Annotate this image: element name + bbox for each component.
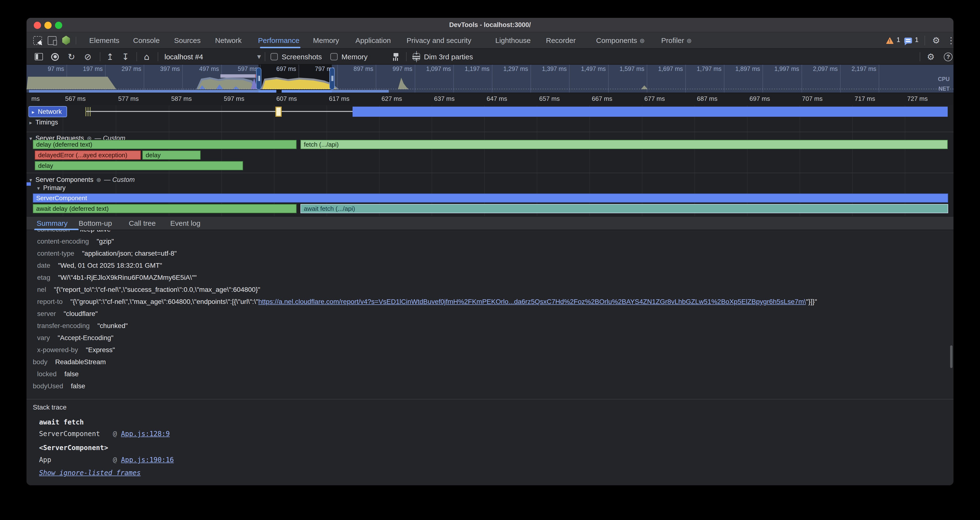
- flame-bar[interactable]: fetch (.../api): [301, 140, 948, 149]
- source-location-link[interactable]: App.js:128:9: [121, 430, 170, 437]
- track-timings[interactable]: ▸Timings: [29, 117, 58, 128]
- capture-settings-gear-icon[interactable]: ⚙: [924, 49, 937, 65]
- atom-icon: ⊛: [687, 37, 692, 45]
- overview-dim-left: [27, 65, 258, 92]
- toolbar-separator: [158, 52, 158, 61]
- active-tab-underline: [260, 47, 301, 48]
- home-icon[interactable]: ⌂: [140, 49, 153, 65]
- profile-select[interactable]: localhost #4 ▼: [164, 51, 261, 62]
- expand-arrow-icon[interactable]: ▾: [29, 135, 32, 142]
- report-url-link[interactable]: https://a.nel.cloudflare.com/report/v4?s…: [258, 297, 806, 305]
- flame-bar[interactable]: delayedError (...ayed exception): [35, 151, 141, 160]
- flame-bar[interactable]: delay: [142, 151, 200, 160]
- extension-gem-icon[interactable]: [62, 36, 70, 45]
- titlebar: DevTools - localhost:3000/: [27, 18, 953, 32]
- network-request-selected[interactable]: [275, 107, 282, 117]
- details-tab[interactable]: Event log: [170, 216, 200, 230]
- track-accent-tick: [27, 182, 31, 186]
- panel-tab[interactable]: Components⊛: [596, 32, 645, 48]
- throttle-icon[interactable]: ↓↑: [410, 49, 423, 65]
- track-primary-group[interactable]: ▾Primary: [37, 183, 65, 194]
- stack-frame: App@ App.js:190:16: [39, 456, 174, 464]
- window-title: DevTools - localhost:3000/: [27, 18, 953, 32]
- panel-tab[interactable]: Recorder⊛: [546, 32, 576, 48]
- issues-count[interactable]: 1: [915, 36, 918, 43]
- toolbar-separator: [100, 52, 100, 61]
- header-key: body: [33, 358, 48, 366]
- panel-tab[interactable]: Elements⊛: [89, 32, 119, 48]
- header-row: content-type"application/json; charset=u…: [27, 248, 953, 259]
- flame-bar[interactable]: await fetch (.../api): [301, 204, 948, 213]
- panel-tab[interactable]: Console⊛: [133, 32, 160, 48]
- details-tab[interactable]: Summary: [37, 216, 67, 230]
- header-key: transfer-encoding: [37, 322, 90, 329]
- flame-bar[interactable]: await delay (deferred text): [33, 204, 297, 213]
- selection-handle-left[interactable]: [256, 68, 261, 90]
- header-row: etag"W/\"4b1-RjEJloX9kRinu6F0MAZMmy6E5iA…: [27, 272, 953, 284]
- panel-tab[interactable]: Sources⊛: [174, 32, 200, 48]
- reload-and-record-button[interactable]: ↻: [65, 49, 78, 65]
- details-tabbar: Summary Bottom-up Call tree Event log: [27, 216, 953, 230]
- warning-icon[interactable]: !: [886, 37, 894, 44]
- toolbar-checkbox[interactable]: Screenshots: [270, 49, 322, 65]
- flame-bar[interactable]: ServerComponent: [33, 194, 948, 203]
- save-profile-icon[interactable]: ↧: [119, 49, 132, 65]
- record-button[interactable]: [49, 49, 61, 65]
- ruler-time-label: 687 ms: [697, 95, 718, 102]
- toolbar-separator: [920, 52, 920, 61]
- warning-count[interactable]: 1: [897, 36, 900, 43]
- source-location-link[interactable]: App.js:190:16: [121, 456, 174, 464]
- help-icon[interactable]: ?: [942, 49, 954, 65]
- show-ignore-listed-frames-link[interactable]: Show ignore-listed frames: [39, 469, 141, 477]
- scrollbar-thumb[interactable]: [950, 345, 953, 368]
- settings-gear-icon[interactable]: ⚙: [932, 32, 940, 48]
- checkbox[interactable]: [270, 53, 278, 60]
- panel-tab[interactable]: Memory⊛: [313, 32, 339, 48]
- panel-tab[interactable]: Network⊛: [215, 32, 242, 48]
- toolbar-checkbox[interactable]: Memory: [330, 49, 368, 65]
- header-row: bodyReadableStream: [27, 356, 953, 368]
- frame-name: App: [39, 456, 113, 464]
- performance-toolbar: ↻ ⊘ ↥ ↧ ⌂ localhost #4 ▼ Screenshots: [27, 49, 953, 65]
- collapse-arrow-icon[interactable]: ▸: [32, 109, 35, 115]
- panel-tab[interactable]: Privacy and security⊛: [407, 32, 471, 48]
- selection-handle-right[interactable]: [329, 68, 335, 90]
- atom-icon: ⊛: [96, 177, 101, 183]
- panel-tab[interactable]: Application⊛: [355, 32, 391, 48]
- ruler-time-label: 617 ms: [329, 95, 349, 102]
- track-network[interactable]: ▸Network: [29, 106, 67, 117]
- clear-button[interactable]: ⊘: [81, 49, 94, 65]
- flame-chart[interactable]: ▸Network ▸Timings ▾Server Requests⊛— Cus…: [27, 105, 953, 216]
- ruler-time-label: 677 ms: [644, 95, 665, 102]
- header-key: locked: [37, 370, 57, 378]
- device-toolbar-icon[interactable]: [48, 36, 56, 45]
- details-tab[interactable]: Call tree: [129, 216, 156, 230]
- summary-pane[interactable]: connection"keep-alive" content-encoding"…: [27, 230, 953, 485]
- header-row: x-powered-by"Express": [27, 344, 953, 356]
- timeline-overview[interactable]: 97 ms 197 ms 297 ms 397 ms: [27, 65, 953, 93]
- gc-brush-icon[interactable]: [390, 49, 402, 65]
- load-profile-icon[interactable]: ↥: [104, 49, 116, 65]
- ruler-time-label: ms: [31, 95, 40, 102]
- stack-frame: await fetch: [39, 418, 113, 426]
- panel-tab[interactable]: Lighthouse⊛: [495, 32, 531, 48]
- panel-tab[interactable]: Performance⊛: [258, 32, 299, 48]
- track-divider: [27, 173, 953, 173]
- flame-bar[interactable]: delay (deferred text): [33, 140, 297, 149]
- ruler-time-label: 647 ms: [487, 95, 507, 102]
- checkbox[interactable]: [330, 53, 337, 60]
- toggle-sidebar-button[interactable]: [32, 49, 45, 65]
- inspect-icon[interactable]: [33, 36, 42, 45]
- stack-frame: ServerComponent@ App.js:128:9: [39, 430, 170, 437]
- tabbar-separator: [924, 36, 925, 45]
- details-tab[interactable]: Bottom-up: [79, 216, 112, 230]
- atom-icon: ⊛: [640, 37, 645, 45]
- panel-tab[interactable]: Profiler⊛: [661, 32, 692, 48]
- issues-message-icon[interactable]: [904, 38, 912, 43]
- network-request-bar[interactable]: [353, 107, 948, 117]
- header-row: nel"{\"report_to\":\"cf-nel\",\"success_…: [27, 284, 953, 296]
- flame-bar[interactable]: delay: [35, 161, 243, 170]
- timeline-ruler[interactable]: ms 567 ms 577 ms 587 ms 597 ms 607 ms 61…: [27, 93, 953, 105]
- header-row: connection"keep-alive": [27, 230, 953, 235]
- more-options-kebab-icon[interactable]: ⋮: [947, 32, 954, 48]
